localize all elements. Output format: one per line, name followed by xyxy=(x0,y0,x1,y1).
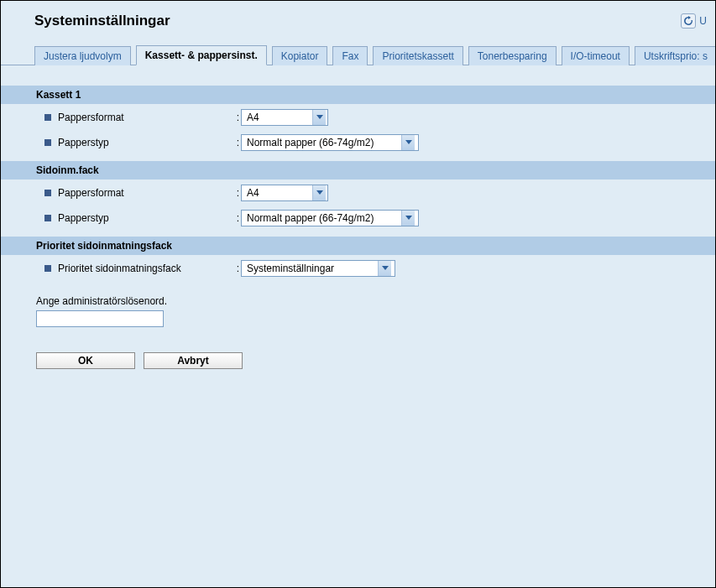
button-row: OK Avbryt xyxy=(1,327,715,369)
tab-prioritetskassett[interactable]: Prioritetskassett xyxy=(373,46,463,65)
refresh-label: U xyxy=(699,15,707,27)
chevron-down-icon xyxy=(378,261,391,276)
chevron-down-icon xyxy=(401,135,415,150)
label-cassette1-format: Pappersformat xyxy=(58,112,226,123)
tab-kassett-pappersinst[interactable]: Kassett- & pappersinst. xyxy=(136,45,267,65)
label-bypass-type: Papperstyp xyxy=(58,212,226,224)
section-header-bypass: Sidoinm.fack xyxy=(1,161,715,180)
tab-fax[interactable]: Fax xyxy=(332,46,368,65)
page-title: Systeminställningar xyxy=(34,13,170,29)
dropdown-value: A4 xyxy=(242,112,312,123)
colon: : xyxy=(226,212,241,224)
refresh-area: U xyxy=(681,13,707,29)
dropdown-value: Normalt papper (66-74g/m2) xyxy=(242,212,401,224)
bullet-icon xyxy=(44,114,51,121)
label-bypass-format: Pappersformat xyxy=(58,187,226,199)
colon: : xyxy=(226,137,241,148)
section-header-cassette1: Kassett 1 xyxy=(1,86,715,104)
chevron-down-icon xyxy=(401,211,415,226)
refresh-icon[interactable] xyxy=(681,13,696,29)
row-bypass-type: Papperstyp : Normalt papper (66-74g/m2) xyxy=(1,206,715,230)
bullet-icon xyxy=(44,139,51,146)
tab-io-timeout[interactable]: I/O-timeout xyxy=(562,46,630,65)
colon: : xyxy=(226,112,241,123)
tab-utskriftsprio[interactable]: Utskriftsprio: s xyxy=(635,46,716,65)
colon: : xyxy=(226,187,241,199)
tab-kopiator[interactable]: Kopiator xyxy=(272,46,328,65)
row-cassette1-format: Pappersformat : A4 xyxy=(1,106,715,129)
dropdown-cassette1-format[interactable]: A4 xyxy=(241,109,328,126)
ok-button[interactable]: OK xyxy=(36,352,135,369)
password-label: Ange administratörslösenord. xyxy=(36,295,715,307)
tabs: Justera ljudvolym Kassett- & pappersinst… xyxy=(1,44,715,65)
dropdown-value: A4 xyxy=(242,187,312,199)
admin-password-input[interactable] xyxy=(36,310,164,327)
bullet-icon xyxy=(44,265,51,272)
dropdown-value: Systeminställningar xyxy=(242,263,378,274)
content: Kassett 1 Pappersformat : A4 Papperstyp … xyxy=(1,65,715,369)
chevron-down-icon xyxy=(312,110,326,125)
bullet-icon xyxy=(44,215,51,221)
section-header-priority: Prioritet sidoinmatningsfack xyxy=(1,237,715,255)
row-cassette1-type: Papperstyp : Normalt papper (66-74g/m2) xyxy=(1,131,715,154)
dropdown-bypass-format[interactable]: A4 xyxy=(241,185,328,201)
colon: : xyxy=(226,263,241,274)
bullet-icon xyxy=(44,190,51,196)
row-priority: Prioritet sidoinmatningsfack : Systemins… xyxy=(1,257,715,280)
row-bypass-format: Pappersformat : A4 xyxy=(1,181,715,205)
label-cassette1-type: Papperstyp xyxy=(58,137,226,148)
tab-justera-ljudvolym[interactable]: Justera ljudvolym xyxy=(34,46,131,65)
dropdown-priority[interactable]: Systeminställningar xyxy=(241,260,395,277)
label-priority: Prioritet sidoinmatningsfack xyxy=(58,263,226,274)
dropdown-value: Normalt papper (66-74g/m2) xyxy=(242,137,401,148)
dropdown-bypass-type[interactable]: Normalt papper (66-74g/m2) xyxy=(241,210,419,226)
chevron-down-icon xyxy=(312,185,326,200)
password-section: Ange administratörslösenord. xyxy=(1,280,715,327)
cancel-button[interactable]: Avbryt xyxy=(144,352,243,369)
dropdown-cassette1-type[interactable]: Normalt papper (66-74g/m2) xyxy=(241,134,419,151)
tab-tonerbesparing[interactable]: Tonerbesparing xyxy=(468,46,557,65)
